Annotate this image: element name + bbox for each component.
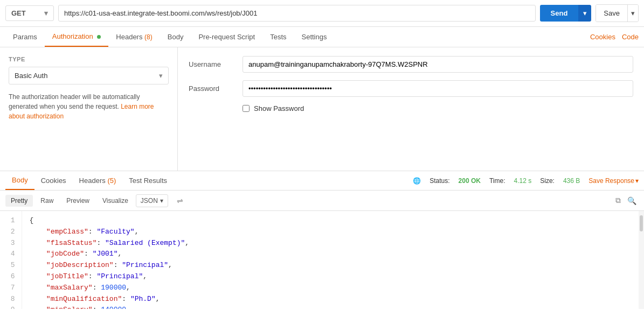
format-pretty-button[interactable]: Pretty: [5, 195, 33, 207]
tab-settings[interactable]: Settings: [294, 27, 335, 46]
show-password-label[interactable]: Show Password: [254, 104, 304, 112]
save-dropdown-button[interactable]: ▾: [627, 5, 638, 22]
response-section: Body Cookies Headers (5) Test Results 🌐 …: [0, 171, 644, 309]
username-label: Username: [189, 60, 243, 68]
auth-type-caret: ▾: [159, 72, 163, 80]
auth-right-panel: Username Password Show Password: [178, 47, 644, 171]
size-value: 436 B: [563, 177, 580, 185]
method-caret: ▾: [44, 9, 48, 17]
code-line-7: "maxSalary": 190000,: [30, 283, 631, 294]
format-preview-button[interactable]: Preview: [61, 195, 95, 207]
password-input[interactable]: [243, 80, 633, 97]
code-line-9: "minSalary": 140000: [30, 305, 631, 309]
tab-authorization[interactable]: Authorization: [45, 27, 109, 47]
authorization-dot: [97, 35, 101, 39]
format-visualize-button[interactable]: Visualize: [97, 195, 134, 207]
time-label: Time:: [489, 177, 505, 185]
tab-tests[interactable]: Tests: [262, 27, 294, 46]
response-tab-cookies[interactable]: Cookies: [34, 172, 73, 189]
save-response-button[interactable]: Save Response ▾: [588, 177, 639, 185]
format-right-icons: ⧉ 🔍: [613, 194, 639, 207]
code-line-4: "jobCode": "J001",: [30, 249, 631, 260]
password-label: Password: [189, 84, 243, 93]
time-value: 4.12 s: [514, 177, 532, 185]
response-tab-bar: Body Cookies Headers (5) Test Results 🌐 …: [0, 171, 644, 191]
copy-icon[interactable]: ⧉: [613, 194, 623, 207]
code-area: 1 2 3 4 5 6 7 8 9 10 { "empClass": "Facu…: [0, 211, 644, 309]
line-numbers: 1 2 3 4 5 6 7 8 9 10: [0, 211, 22, 309]
scrollbar[interactable]: [639, 211, 644, 309]
cookies-link[interactable]: Cookies: [590, 33, 615, 41]
tab-bar: Params Authorization Headers (8) Body Pr…: [0, 27, 644, 47]
show-password-checkbox[interactable]: [243, 105, 250, 112]
code-line-2: "empClass": "Faculty",: [30, 227, 631, 238]
code-link[interactable]: Code: [622, 33, 639, 41]
auth-type-select[interactable]: Basic Auth ▾: [9, 67, 169, 84]
tab-body[interactable]: Body: [160, 27, 191, 46]
auth-note: The authorization header will be automat…: [9, 92, 169, 121]
show-password-row: Show Password: [243, 104, 633, 112]
url-input[interactable]: [58, 5, 536, 22]
send-button-group: Send ▾: [540, 5, 592, 22]
json-format-caret: ▾: [160, 197, 163, 205]
tab-right-actions: Cookies Code: [590, 33, 639, 41]
save-response-label: Save Response: [588, 177, 634, 185]
status-code: 200 OK: [459, 177, 481, 185]
save-button[interactable]: Save: [596, 5, 627, 22]
method-value: GET: [11, 9, 26, 17]
password-row: Password: [189, 80, 633, 97]
wrap-icon[interactable]: ⇌: [175, 194, 185, 207]
response-tab-headers[interactable]: Headers (5): [73, 172, 123, 189]
scrollbar-thumb[interactable]: [640, 215, 643, 231]
method-dropdown[interactable]: GET ▾: [5, 5, 54, 21]
json-format-select[interactable]: JSON ▾: [136, 194, 168, 207]
about-authorization-link[interactable]: about authorization: [9, 112, 64, 120]
learn-more-link[interactable]: Learn more: [121, 103, 154, 110]
format-icons: ⇌: [175, 194, 185, 207]
size-label: Size:: [540, 177, 555, 185]
json-format-value: JSON: [141, 197, 158, 205]
status-bar: 🌐 Status: 200 OK Time: 4.12 s Size: 436 …: [413, 177, 639, 185]
send-dropdown-button[interactable]: ▾: [578, 5, 591, 22]
auth-type-value: Basic Auth: [15, 72, 47, 80]
code-line-6: "jobTitle": "Principal",: [30, 271, 631, 283]
username-input[interactable]: [243, 56, 633, 73]
auth-note-text: The authorization header will be automat…: [9, 93, 140, 110]
send-button[interactable]: Send: [540, 5, 579, 22]
globe-icon: 🌐: [413, 177, 421, 185]
username-row: Username: [189, 56, 633, 73]
response-tab-body[interactable]: Body: [5, 171, 34, 190]
auth-left-panel: TYPE Basic Auth ▾ The authorization head…: [0, 47, 178, 171]
code-line-3: "flsaStatus": "Salaried (Exempt)",: [30, 238, 631, 249]
save-button-group: Save ▾: [595, 4, 639, 22]
format-bar: Pretty Raw Preview Visualize JSON ▾ ⇌ ⧉ …: [0, 191, 644, 211]
type-label: TYPE: [9, 56, 169, 62]
tab-pre-request-script[interactable]: Pre-request Script: [191, 27, 262, 46]
code-line-5: "jobDescription": "Principal",: [30, 260, 631, 271]
format-raw-button[interactable]: Raw: [35, 195, 59, 207]
tab-params[interactable]: Params: [5, 27, 45, 46]
status-label: Status:: [430, 177, 449, 185]
content-area: TYPE Basic Auth ▾ The authorization head…: [0, 47, 644, 171]
tab-headers[interactable]: Headers (8): [108, 27, 160, 46]
save-response-caret: ▾: [635, 177, 639, 185]
response-tab-test-results[interactable]: Test Results: [122, 172, 174, 189]
code-line-1: {: [30, 215, 631, 227]
search-icon[interactable]: 🔍: [625, 194, 639, 207]
code-line-8: "minQualification": "Ph.D",: [30, 294, 631, 305]
json-code-content: { "empClass": "Faculty", "flsaStatus": "…: [22, 211, 639, 309]
top-bar: GET ▾ Send ▾ Save ▾: [0, 0, 644, 27]
